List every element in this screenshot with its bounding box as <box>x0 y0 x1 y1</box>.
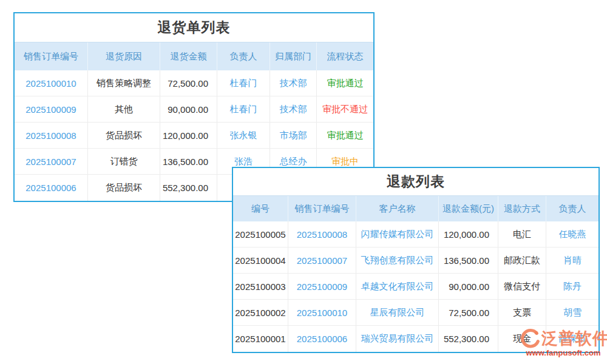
refund-method-cell: 支票 <box>498 300 546 325</box>
sales-order-no-link[interactable]: 2025100010 <box>15 70 88 96</box>
workflow-status-cell: 审批通过 <box>317 70 373 96</box>
column-header[interactable]: 退款金额(元) <box>439 196 498 221</box>
sales-order-no-link[interactable]: 2025100008 <box>288 221 356 247</box>
owner-link[interactable]: 陈丹 <box>546 274 599 299</box>
return-reason-cell: 其他 <box>88 96 160 122</box>
refund-amount-cell: 552,300.00 <box>439 326 498 352</box>
sales-order-no-link[interactable]: 2025100007 <box>288 248 356 273</box>
table-row[interactable]: 2025100010 销售策略调整 72,500.00 杜春门 技术部 审批通过 <box>15 70 373 96</box>
table-row[interactable]: 2025100009 其他 90,000.00 杜春门 技术部 审批不通过 <box>15 96 373 123</box>
column-header[interactable]: 归属部门 <box>270 42 317 70</box>
refund-table-body: 2025100005 2025100008 闪耀传媒有限公司 120,000.0… <box>233 221 599 352</box>
customer-name-link[interactable]: 卓越文化有限公司 <box>356 274 439 299</box>
customer-name-link[interactable]: 闪耀传媒有限公司 <box>356 221 439 247</box>
customer-name-link[interactable]: 飞翔创意有限公司 <box>356 248 439 273</box>
sales-order-no-link[interactable]: 2025100006 <box>15 175 88 201</box>
refund-no-cell: 2025100003 <box>233 274 288 299</box>
owner-link[interactable]: 张永银 <box>217 123 270 148</box>
refund-no-cell: 2025100004 <box>233 248 288 273</box>
sales-order-no-link[interactable]: 2025100010 <box>288 300 356 325</box>
return-table-title: 退货单列表 <box>15 13 373 42</box>
refund-no-cell: 2025100002 <box>233 300 288 325</box>
return-reason-cell: 销售策略调整 <box>88 70 160 96</box>
refund-table-title: 退款列表 <box>233 168 599 195</box>
owner-link[interactable]: 薛保市 <box>546 326 599 352</box>
sales-order-no-link[interactable]: 2025100009 <box>15 96 88 122</box>
owner-link[interactable]: 杜春门 <box>217 96 270 122</box>
column-header[interactable]: 编号 <box>233 196 288 221</box>
refund-amount-cell: 72,500.00 <box>439 300 498 325</box>
return-reason-cell: 货品损坏 <box>88 123 160 148</box>
refund-amount-cell: 90,000.00 <box>439 274 498 299</box>
refund-method-cell: 电汇 <box>498 221 546 247</box>
return-amount-cell: 72,500.00 <box>160 70 217 96</box>
column-header[interactable]: 流程状态 <box>317 42 373 70</box>
table-row[interactable]: 2025100008 货品损坏 120,000.00 张永银 市场部 审批通过 <box>15 123 373 149</box>
return-reason-cell: 货品损坏 <box>88 175 160 201</box>
column-header[interactable]: 退货金额 <box>160 42 217 70</box>
return-amount-cell: 90,000.00 <box>160 96 217 122</box>
column-header[interactable]: 负责人 <box>217 42 270 70</box>
table-row[interactable]: 2025100001 2025100006 瑞兴贸易有限公司 552,300.0… <box>233 326 599 352</box>
refund-table-header: 编号 销售订单编号 客户名称 退款金额(元) 退款方式 负责人 <box>233 195 599 221</box>
column-header[interactable]: 退货原因 <box>88 42 160 70</box>
refund-table: 退款列表 编号 销售订单编号 客户名称 退款金额(元) 退款方式 负责人 202… <box>232 167 600 353</box>
return-amount-cell: 120,000.00 <box>160 123 217 148</box>
column-header[interactable]: 销售订单编号 <box>288 196 356 221</box>
refund-no-cell: 2025100001 <box>233 326 288 352</box>
refund-amount-cell: 120,000.00 <box>439 221 498 247</box>
return-reason-cell: 订错货 <box>88 149 160 174</box>
refund-method-cell: 微信支付 <box>498 274 546 299</box>
table-row[interactable]: 2025100005 2025100008 闪耀传媒有限公司 120,000.0… <box>233 221 599 248</box>
sales-order-no-link[interactable]: 2025100008 <box>15 123 88 148</box>
owner-link[interactable]: 杜春门 <box>217 70 270 96</box>
table-row[interactable]: 2025100003 2025100009 卓越文化有限公司 90,000.00… <box>233 274 599 300</box>
column-header[interactable]: 销售订单编号 <box>15 42 88 70</box>
department-link[interactable]: 市场部 <box>270 123 317 148</box>
table-row[interactable]: 2025100004 2025100007 飞翔创意有限公司 136,500.0… <box>233 248 599 274</box>
return-amount-cell: 552,300.00 <box>160 175 217 201</box>
return-table-header: 销售订单编号 退货原因 退货金额 负责人 归属部门 流程状态 <box>15 42 373 70</box>
column-header[interactable]: 退款方式 <box>498 196 546 221</box>
customer-name-link[interactable]: 星辰有限公司 <box>356 300 439 325</box>
refund-method-cell: 邮政汇款 <box>498 248 546 273</box>
department-link[interactable]: 技术部 <box>270 96 317 122</box>
customer-name-link[interactable]: 瑞兴贸易有限公司 <box>356 326 439 352</box>
sales-order-no-link[interactable]: 2025100009 <box>288 274 356 299</box>
column-header[interactable]: 负责人 <box>546 196 599 221</box>
department-link[interactable]: 技术部 <box>270 70 317 96</box>
return-amount-cell: 136,500.00 <box>160 149 217 174</box>
owner-link[interactable]: 胡雪 <box>546 300 599 325</box>
sales-order-no-link[interactable]: 2025100006 <box>288 326 356 352</box>
column-header[interactable]: 客户名称 <box>356 196 439 221</box>
refund-method-cell: 现金 <box>498 326 546 352</box>
refund-no-cell: 2025100005 <box>233 221 288 247</box>
workflow-status-cell: 审批通过 <box>317 123 373 148</box>
sales-order-no-link[interactable]: 2025100007 <box>15 149 88 174</box>
owner-link[interactable]: 任晓燕 <box>546 221 599 247</box>
workflow-status-cell: 审批不通过 <box>317 96 373 122</box>
refund-amount-cell: 136,500.00 <box>439 248 498 273</box>
owner-link[interactable]: 肖晴 <box>546 248 599 273</box>
table-row[interactable]: 2025100002 2025100010 星辰有限公司 72,500.00 支… <box>233 300 599 326</box>
